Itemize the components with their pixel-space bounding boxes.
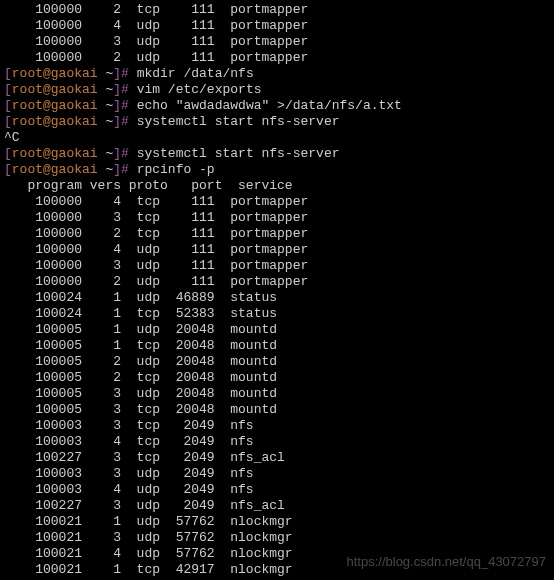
rpc-row: 100005 2 tcp 20048 mountd xyxy=(4,370,550,386)
rpc-row: 100000 2 tcp 111 portmapper xyxy=(4,2,550,18)
prompt-line: [root@gaokai ~]# systemctl start nfs-ser… xyxy=(4,114,550,130)
rpc-row: 100005 3 udp 20048 mountd xyxy=(4,386,550,402)
rpc-row: 100000 4 tcp 111 portmapper xyxy=(4,194,550,210)
rpc-row: 100000 3 tcp 111 portmapper xyxy=(4,210,550,226)
rpc-row: 100021 3 udp 57762 nlockmgr xyxy=(4,530,550,546)
interrupt-line: ^C xyxy=(4,130,550,146)
rpc-row: 100003 3 tcp 2049 nfs xyxy=(4,418,550,434)
rpc-header: program vers proto port service xyxy=(4,178,550,194)
watermark-text: https://blog.csdn.net/qq_43072797 xyxy=(347,554,547,570)
rpc-row: 100005 1 udp 20048 mountd xyxy=(4,322,550,338)
rpc-row: 100024 1 udp 46889 status xyxy=(4,290,550,306)
rpc-row: 100227 3 udp 2049 nfs_acl xyxy=(4,498,550,514)
prompt-line: [root@gaokai ~]# mkdir /data/nfs xyxy=(4,66,550,82)
rpc-row: 100005 1 tcp 20048 mountd xyxy=(4,338,550,354)
rpc-row: 100000 4 udp 111 portmapper xyxy=(4,242,550,258)
rpc-row: 100003 3 udp 2049 nfs xyxy=(4,466,550,482)
rpc-row: 100227 3 tcp 2049 nfs_acl xyxy=(4,450,550,466)
rpc-row: 100000 2 tcp 111 portmapper xyxy=(4,226,550,242)
terminal[interactable]: 100000 2 tcp 111 portmapper 100000 4 udp… xyxy=(0,0,554,580)
rpc-row: 100005 2 udp 20048 mountd xyxy=(4,354,550,370)
rpc-row: 100000 2 udp 111 portmapper xyxy=(4,274,550,290)
prompt-line: [root@gaokai ~]# rpcinfo -p xyxy=(4,162,550,178)
rpc-row: 100003 4 udp 2049 nfs xyxy=(4,482,550,498)
rpc-row: 100003 4 tcp 2049 nfs xyxy=(4,434,550,450)
prompt-line: [root@gaokai ~]# systemctl start nfs-ser… xyxy=(4,146,550,162)
rpc-row: 100000 3 udp 111 portmapper xyxy=(4,258,550,274)
prompt-line: [root@gaokai ~]# vim /etc/exports xyxy=(4,82,550,98)
rpc-row: 100000 4 udp 111 portmapper xyxy=(4,18,550,34)
rpc-row: 100000 3 udp 111 portmapper xyxy=(4,34,550,50)
rpc-row: 100005 3 tcp 20048 mountd xyxy=(4,402,550,418)
prompt-line: [root@gaokai ~]# echo "awdadawdwa" >/dat… xyxy=(4,98,550,114)
rpc-row: 100021 1 udp 57762 nlockmgr xyxy=(4,514,550,530)
rpc-row: 100000 2 udp 111 portmapper xyxy=(4,50,550,66)
rpc-row: 100024 1 tcp 52383 status xyxy=(4,306,550,322)
